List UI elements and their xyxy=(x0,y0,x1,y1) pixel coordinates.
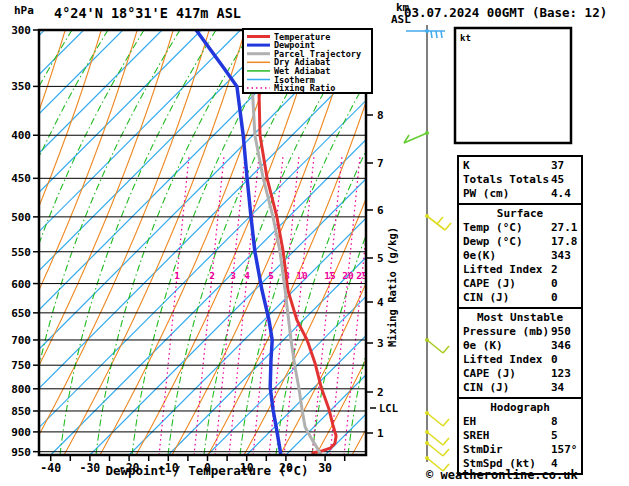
index-value: 8 xyxy=(551,415,558,429)
index-label: PW (cm) xyxy=(463,187,509,200)
pressure-tick-label: 300 xyxy=(11,24,31,37)
mixing-ratio-line xyxy=(194,155,224,455)
wind-barb xyxy=(406,29,445,38)
index-section: HodographEH8SREH5StmDir157°StmSpd (kt)4 xyxy=(457,397,583,475)
indices-table: K37Totals Totals45PW (cm)4.4SurfaceTemp … xyxy=(457,155,583,475)
index-row: PW (cm)4.4 xyxy=(459,187,581,201)
index-value: 343 xyxy=(551,249,571,263)
index-section: Most UnstablePressure (mb)950θe (K)346Li… xyxy=(457,307,583,399)
wind-barb xyxy=(425,338,449,353)
index-section: K37Totals Totals45PW (cm)4.4 xyxy=(457,155,583,205)
mixing-ratio-value: 5 xyxy=(268,270,274,281)
index-label: K xyxy=(463,159,470,172)
legend-item-label: Mixing Ratio xyxy=(274,83,335,93)
copyright: © weatheronline.co.uk xyxy=(426,468,578,482)
index-value: 37 xyxy=(551,159,564,173)
pressure-tick-label: 600 xyxy=(11,278,31,291)
index-row: Temp (°C)27.1 xyxy=(459,221,581,235)
index-value: 0 xyxy=(551,277,558,291)
index-row: Totals Totals45 xyxy=(459,173,581,187)
index-section-header: Surface xyxy=(459,207,581,221)
mixing-ratio-value: 2 xyxy=(209,270,215,281)
pressure-tick-label: 900 xyxy=(11,426,31,439)
index-value: 4.4 xyxy=(551,187,571,201)
dry-adiabat-line xyxy=(0,30,65,455)
index-row: Pressure (mb)950 xyxy=(459,325,581,339)
index-label: Dewp (°C) xyxy=(463,235,523,248)
index-label: Totals Totals xyxy=(463,173,549,186)
sounding-page: hPa 4°24'N 18°31'E 417m ASL km ASL 03.07… xyxy=(0,0,629,486)
index-label: CAPE (J) xyxy=(463,277,516,290)
index-section-header: Hodograph xyxy=(459,401,581,415)
index-label: Pressure (mb) xyxy=(463,325,549,338)
index-label: θe(K) xyxy=(463,249,496,262)
index-label: Lifted Index xyxy=(463,263,542,276)
wet-adiabat-line xyxy=(96,30,252,455)
mixing-ratio-value: 20 xyxy=(342,270,354,281)
mixing-ratio-axis-title: Mixing Ratio (g/kg) xyxy=(386,227,398,347)
km-tick-label: 7 xyxy=(377,157,384,170)
index-label: SREH xyxy=(463,429,490,442)
index-row: CAPE (J)0 xyxy=(459,277,581,291)
index-row: CIN (J)0 xyxy=(459,291,581,305)
index-label: StmDir xyxy=(463,443,503,456)
index-row: Lifted Index2 xyxy=(459,263,581,277)
mixing-ratio-line xyxy=(344,155,374,455)
index-value: 27.1 xyxy=(551,221,578,235)
pressure-axis: 3003504004505005506006507007508008509009… xyxy=(11,24,39,459)
index-value: 346 xyxy=(551,339,571,353)
hodograph-frame xyxy=(455,28,571,143)
index-value: 950 xyxy=(551,325,571,339)
index-value: 45 xyxy=(551,173,564,187)
km-tick-label: 8 xyxy=(377,109,384,122)
wet-adiabat-line xyxy=(24,30,180,455)
km-tick-label: 4 xyxy=(377,296,384,309)
index-value: 17.8 xyxy=(551,235,578,249)
mixing-ratio-value: 3 xyxy=(230,270,236,281)
km-tick-label: 3 xyxy=(377,337,384,350)
pressure-tick-label: 850 xyxy=(11,405,31,418)
mixing-ratio-value: 10 xyxy=(296,270,308,281)
pressure-tick-label: 350 xyxy=(11,80,31,93)
legend-box: TemperatureDewpointParcel TrajectoryDry … xyxy=(243,29,372,93)
pressure-tick-label: 500 xyxy=(11,211,31,224)
index-value: 2 xyxy=(551,263,558,277)
mixing-ratio-value: 15 xyxy=(324,270,336,281)
index-value: 157° xyxy=(551,443,578,457)
km-tick-label: 5 xyxy=(377,252,384,265)
km-tick-label: 6 xyxy=(377,204,384,217)
index-section-header: Most Unstable xyxy=(459,311,581,325)
index-label: CIN (J) xyxy=(463,381,509,394)
index-row: K37 xyxy=(459,159,581,173)
mixing-ratio-line xyxy=(312,155,342,455)
pressure-tick-label: 800 xyxy=(11,383,31,396)
index-row: θe (K)346 xyxy=(459,339,581,353)
pressure-tick-label: 700 xyxy=(11,334,31,347)
index-label: θe (K) xyxy=(463,339,503,352)
index-value: 0 xyxy=(551,291,558,305)
index-row: θe(K)343 xyxy=(459,249,581,263)
index-row: EH8 xyxy=(459,415,581,429)
index-row: CAPE (J)123 xyxy=(459,367,581,381)
mixing-ratio-line xyxy=(284,155,314,455)
index-label: EH xyxy=(463,415,476,428)
index-label: CAPE (J) xyxy=(463,367,516,380)
pressure-tick-label: 650 xyxy=(11,307,31,320)
pressure-tick-label: 750 xyxy=(11,359,31,372)
index-row: SREH5 xyxy=(459,429,581,443)
wind-barb xyxy=(404,131,429,143)
wind-barb xyxy=(425,411,449,426)
temp-tick-label: -40 xyxy=(40,461,61,475)
index-row: CIN (J)34 xyxy=(459,381,581,395)
mixing-ratio-value: 4 xyxy=(244,270,250,281)
wind-barb-staff xyxy=(404,25,451,471)
index-value: 123 xyxy=(551,367,571,381)
pressure-tick-label: 950 xyxy=(11,446,31,459)
index-value: 5 xyxy=(551,429,558,443)
index-label: CIN (J) xyxy=(463,291,509,304)
km-tick-label: 1 xyxy=(377,427,384,440)
km-tick-label: 2 xyxy=(377,386,384,399)
index-value: 0 xyxy=(551,353,558,367)
index-label: Lifted Index xyxy=(463,353,542,366)
index-section: SurfaceTemp (°C)27.1Dewp (°C)17.8θe(K)34… xyxy=(457,203,583,309)
